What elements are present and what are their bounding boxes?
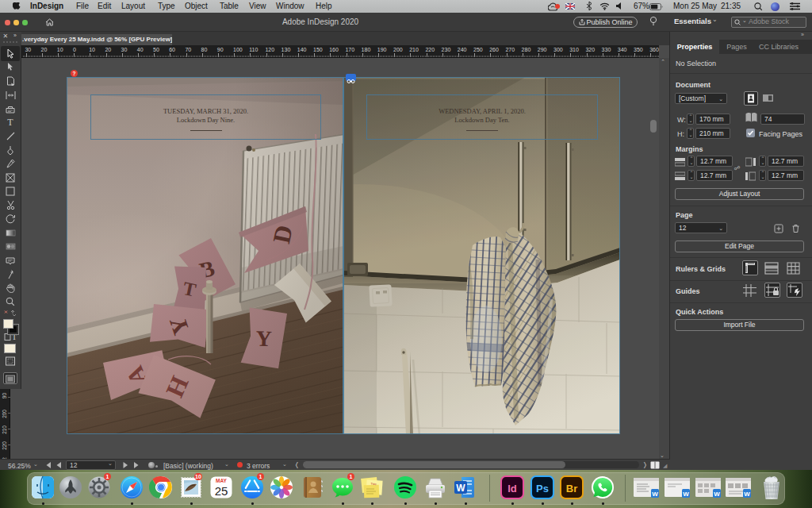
svg-text:W: W: [456, 483, 465, 494]
svg-text:W: W: [744, 491, 750, 498]
svg-text:Id: Id: [508, 483, 517, 495]
svg-text:200: 200: [2, 410, 7, 418]
svg-text:W: W: [652, 491, 658, 498]
svg-text:220: 220: [2, 441, 7, 450]
svg-text:210: 210: [2, 425, 7, 434]
svg-text:Br: Br: [566, 483, 577, 495]
svg-text:90: 90: [2, 393, 7, 399]
svg-text:W: W: [683, 491, 689, 498]
svg-text:W: W: [714, 491, 720, 498]
svg-text:Two: Two: [370, 482, 377, 487]
svg-text:25: 25: [215, 484, 228, 498]
svg-text:MAY: MAY: [216, 478, 228, 483]
svg-text:Ps: Ps: [536, 483, 549, 495]
